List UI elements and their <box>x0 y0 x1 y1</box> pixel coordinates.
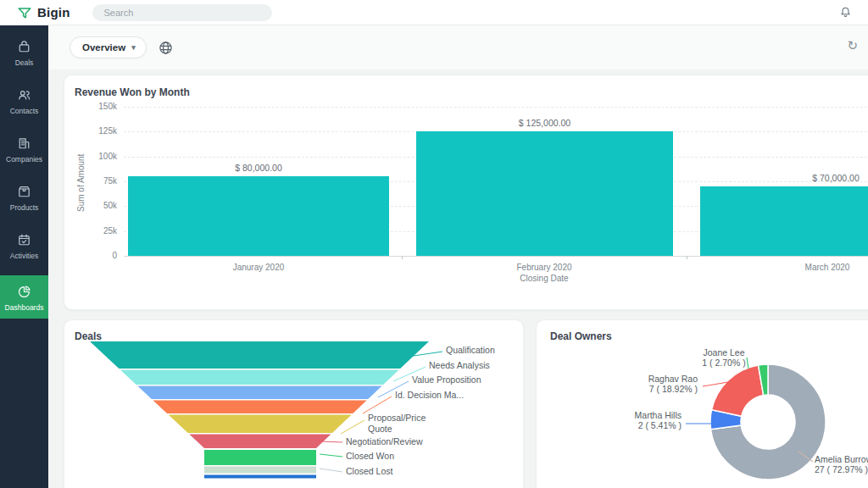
donut-slice-name: Raghav Rao <box>648 374 698 384</box>
y-axis-tick-label: 50k <box>92 201 117 210</box>
donut-slice-value: 7 ( 18.92% ) <box>649 384 698 394</box>
bigin-dashboard-page: { "topbar": { "brand": "Bigin", "search_… <box>0 0 868 488</box>
sidebar-item-deals[interactable]: Deals <box>0 30 48 74</box>
funnel-stage-4[interactable] <box>153 401 366 414</box>
topbar: Bigin <box>0 0 868 25</box>
donut-slice-value: 2 ( 5.41% ) <box>638 420 682 430</box>
funnel-stage-5[interactable] <box>169 415 352 434</box>
funnel-stage-2[interactable] <box>120 370 399 385</box>
sidebar-item-dashboards[interactable]: Dashboards <box>0 275 48 319</box>
sidebar-item-label: Deals <box>15 58 34 67</box>
funnel-stage-label: Closed Lost <box>346 466 393 476</box>
notifications-bell-icon[interactable] <box>838 5 853 19</box>
bar-value-label: $ 80,000.00 <box>208 163 309 173</box>
funnel-stage-3[interactable] <box>137 386 381 400</box>
y-axis-tick-label: 25k <box>92 226 117 236</box>
x-axis-category-label: Januray 2020 <box>199 263 318 272</box>
companies-icon <box>15 135 33 152</box>
deals-icon <box>15 38 33 56</box>
donut-leader-line <box>747 358 748 369</box>
revenue-chart-card: Revenue Won by Month 150k125k100k75k50k2… <box>64 75 868 310</box>
x-axis-tick <box>402 256 403 259</box>
x-axis-title: Closing Date <box>510 274 578 283</box>
donut-slice-name: Martha Hills <box>635 410 682 420</box>
x-axis-category-label: February 2020 <box>485 263 604 272</box>
funnel-leader-line <box>320 441 342 442</box>
deals-funnel-chart: QualificationNeeds AnalysisValue Proposi… <box>64 339 524 488</box>
funnel-stage-6[interactable] <box>189 435 331 449</box>
sidebar-item-label: Activities <box>10 252 39 260</box>
funnel-stage-label: Value Proposition <box>412 374 481 385</box>
refresh-icon[interactable]: ↻ <box>847 40 858 53</box>
sidebar-item-products[interactable]: Products <box>0 175 48 219</box>
bar-3[interactable] <box>700 186 868 256</box>
funnel-stage-label: Needs Analysis <box>429 360 490 370</box>
activities-icon <box>15 231 33 249</box>
sidebar-item-label: Companies <box>6 155 42 164</box>
gridline <box>124 107 868 108</box>
donut-slice-value: 1 ( 2.70% ) <box>702 358 745 368</box>
bar-value-label: $ 125,000.00 <box>494 118 596 128</box>
search-input[interactable] <box>92 4 272 21</box>
y-axis-title: Sum of Amount <box>76 154 86 212</box>
deals-funnel-card: Deals QualificationNeeds AnalysisValue P… <box>64 319 524 488</box>
revenue-bar-chart: 150k125k100k75k50k25k0$ 80,000.00Januray… <box>64 75 868 309</box>
dashboard-view-label: Overview <box>82 42 125 53</box>
products-icon <box>15 183 33 201</box>
bar-1[interactable] <box>128 176 389 256</box>
funnel-stage-7[interactable] <box>204 450 316 465</box>
y-axis-tick-label: 100k <box>92 152 117 161</box>
sidebar-item-label: Products <box>10 203 39 212</box>
funnel-base-bar <box>204 475 316 479</box>
main-content: Overview ▾ ↻ Revenue Won by Month 150k12… <box>48 25 868 488</box>
funnel-stage-label: Negotiation/Review <box>346 436 423 446</box>
funnel-stage-label: Closed Won <box>346 451 394 461</box>
sidebar: DealsContactsCompaniesProductsActivities… <box>0 25 48 488</box>
x-axis-category-label: March 2020 <box>768 263 868 272</box>
donut-slice-raghav-rao[interactable] <box>712 365 764 416</box>
globe-icon[interactable] <box>159 41 173 55</box>
funnel-stage-1[interactable] <box>90 341 429 369</box>
chevron-down-icon: ▾ <box>131 43 136 52</box>
brand-name: Bigin <box>37 5 70 19</box>
sidebar-item-label: Contacts <box>10 107 39 115</box>
sidebar-item-contacts[interactable]: Contacts <box>0 79 48 122</box>
funnel-stage-label: Proposal/Price <box>368 413 426 423</box>
bar-value-label: $ 70,000.00 <box>785 173 868 183</box>
dashboards-icon <box>15 283 33 301</box>
x-axis-line <box>124 256 868 257</box>
funnel-leader-line <box>320 469 342 472</box>
deal-owners-donut-chart: Amelia Burrows27 ( 72.97% )Martha Hills2… <box>537 339 868 488</box>
y-axis-tick-label: 150k <box>92 102 117 111</box>
bar-2[interactable] <box>416 131 673 256</box>
sidebar-item-label: Dashboards <box>5 303 44 312</box>
bigin-logo-icon <box>17 5 32 20</box>
y-axis-tick-label: 0 <box>92 251 117 260</box>
dashboard-view-selector[interactable]: Overview ▾ <box>70 36 147 58</box>
dashboard-toolbar: Overview ▾ ↻ <box>48 25 868 69</box>
donut-slice-value: 27 ( 72.97% ) <box>815 464 868 474</box>
sidebar-item-activities[interactable]: Activities <box>0 224 48 267</box>
x-axis-tick <box>687 256 687 259</box>
brand[interactable]: Bigin <box>17 5 70 20</box>
funnel-stage-label: Qualification <box>446 345 495 355</box>
funnel-stage-8[interactable] <box>204 467 316 474</box>
sidebar-item-companies[interactable]: Companies <box>0 127 48 170</box>
y-axis-tick-label: 75k <box>92 176 117 186</box>
y-axis-tick-label: 125k <box>92 126 117 136</box>
funnel-leader-line <box>341 420 364 434</box>
funnel-stage-label: Quote <box>368 424 392 434</box>
funnel-stage-label: Id. Decision Ma... <box>395 390 464 400</box>
donut-slice-name: Joane Lee <box>703 347 744 358</box>
contacts-icon <box>15 86 33 104</box>
deal-owners-card: Deal Owners Amelia Burrows27 ( 72.97% )M… <box>536 319 868 488</box>
funnel-leader-line <box>320 454 342 457</box>
donut-slice-name: Amelia Burrows <box>815 454 868 464</box>
